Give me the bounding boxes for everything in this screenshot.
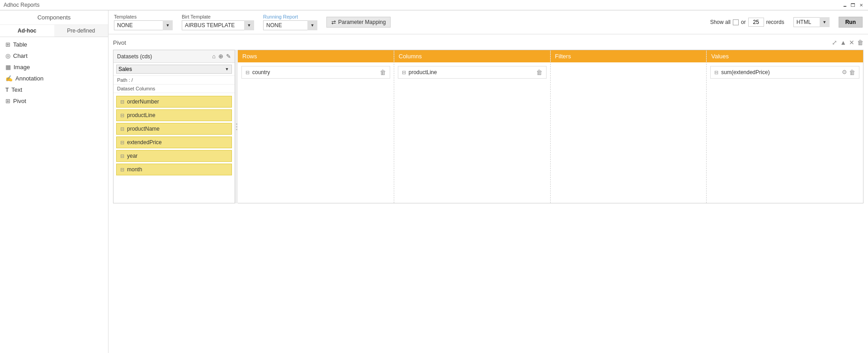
parameter-mapping-button[interactable]: ⇄ Parameter Mapping <box>326 17 391 28</box>
pivot-zone-item-sumExtendedPrice: ⊟ sum(extendedPrice) ⚙ 🗑 <box>710 66 859 79</box>
image-icon: ▦ <box>5 64 11 71</box>
or-label: or <box>741 19 746 25</box>
chart-icon: ◎ <box>5 52 10 59</box>
pivot-up-icon[interactable]: ▲ <box>840 39 846 46</box>
column-icon-month: ⊟ <box>120 167 124 173</box>
dataset-path: Path : / <box>113 76 235 85</box>
sidebar-item-label-chart: Chart <box>13 52 28 59</box>
sum-settings-icon[interactable]: ⚙ <box>842 69 847 76</box>
records-input[interactable] <box>748 18 764 27</box>
show-all-checkbox[interactable] <box>733 19 739 25</box>
dataset-title: Datasets (cds) <box>117 53 152 60</box>
dataset-add-icon[interactable]: ⊕ <box>218 53 223 60</box>
show-all-group: Show all or records <box>710 18 784 27</box>
pivot-expand-icon[interactable]: ⤢ <box>832 39 837 46</box>
column-icon-year: ⊟ <box>120 153 124 159</box>
format-select[interactable]: HTML PDF EXCEL <box>793 17 830 27</box>
pivot-icon: ⊞ <box>5 98 10 104</box>
birt-template-select[interactable]: AIRBUS TEMPLATE <box>182 20 254 30</box>
column-item-extendedPrice[interactable]: ⊟ extendedPrice <box>116 136 232 148</box>
sidebar: Components Ad-hoc Pre-defined ⊞ Table ◎ … <box>0 10 108 353</box>
pivot-zone-item-country: ⊟ country 🗑 <box>241 66 390 79</box>
column-label-productLine: productLine <box>127 112 156 118</box>
templates-group: Templates NONE ▼ <box>114 14 173 30</box>
sidebar-item-label-image: Image <box>14 64 30 71</box>
column-icon-extendedPrice: ⊟ <box>120 140 124 146</box>
column-icon-orderNumber: ⊟ <box>120 99 124 105</box>
column-label-month: month <box>127 166 142 173</box>
pivot-body: Datasets (cds) ⌂ ⊕ ✎ Sales ▼ <box>113 50 863 203</box>
sidebar-item-pivot[interactable]: ⊞ Pivot <box>0 95 108 107</box>
pivot-title: Pivot <box>113 39 126 46</box>
pivot-settings-icon[interactable]: ✕ <box>849 39 854 46</box>
tab-adhoc[interactable]: Ad-hoc <box>0 25 54 37</box>
annotation-icon: ✍ <box>5 75 13 82</box>
pivot-zone-item-productLine-left: ⊟ productLine <box>402 69 437 75</box>
dataset-select-row: Sales ▼ <box>113 63 235 76</box>
column-item-orderNumber[interactable]: ⊟ orderNumber <box>116 96 232 108</box>
sidebar-item-annotation[interactable]: ✍ Annotation <box>0 73 108 84</box>
toolbar: Templates NONE ▼ Birt Template AIRBUS TE… <box>108 10 868 34</box>
sidebar-items: ⊞ Table ◎ Chart ▦ Image ✍ Annotation T T… <box>0 37 108 108</box>
column-label-extendedPrice: extendedPrice <box>127 139 162 146</box>
table-icon: ⊞ <box>5 41 10 48</box>
templates-select[interactable]: NONE <box>114 20 173 30</box>
column-label-productName: productName <box>127 126 160 132</box>
sidebar-item-label-annotation: Annotation <box>15 75 43 82</box>
sidebar-item-table[interactable]: ⊞ Table <box>0 39 108 50</box>
pivot-container: Pivot ⤢ ▲ ✕ 🗑 Datasets (cds) ⌂ ⊕ <box>108 34 868 353</box>
title-bar: Adhoc Reports 🗕 🗖 ✕ <box>0 0 868 10</box>
sidebar-item-label-text: Text <box>11 86 22 93</box>
birt-template-select-wrapper: AIRBUS TEMPLATE ▼ <box>182 20 254 30</box>
dataset-columns-list: ⊟ orderNumber ⊟ productLine ⊟ productNam… <box>113 93 235 203</box>
run-button[interactable]: Run <box>839 17 863 28</box>
pivot-zone-rows-content: ⊟ country 🗑 <box>238 62 394 203</box>
tab-predefined[interactable]: Pre-defined <box>54 25 108 37</box>
pivot-zone-columns-header: Columns <box>394 50 550 62</box>
column-item-year[interactable]: ⊟ year <box>116 150 232 162</box>
pivot-zone-filters-header: Filters <box>551 50 707 62</box>
sum-item-label: sum(extendedPrice) <box>721 69 769 75</box>
param-mapping-label: Parameter Mapping <box>338 19 386 25</box>
sidebar-item-chart[interactable]: ◎ Chart <box>0 50 108 61</box>
pivot-zone-rows: Rows ⊟ country 🗑 <box>238 50 394 203</box>
dataset-columns-label: Dataset Columns <box>113 85 235 93</box>
column-item-month[interactable]: ⊟ month <box>116 164 232 175</box>
sum-delete-icon[interactable]: 🗑 <box>849 69 855 76</box>
country-item-label: country <box>252 69 270 75</box>
birt-template-label: Birt Template <box>182 14 254 19</box>
sum-item-icon: ⊟ <box>714 70 718 75</box>
pivot-zone-values-content: ⊟ sum(extendedPrice) ⚙ 🗑 <box>707 62 863 203</box>
sidebar-item-image[interactable]: ▦ Image <box>0 61 108 73</box>
sidebar-item-label-table: Table <box>13 41 27 48</box>
running-report-select[interactable]: NONE <box>263 20 317 30</box>
column-label-year: year <box>127 153 137 159</box>
productLine-delete-icon[interactable]: 🗑 <box>536 69 542 76</box>
format-select-wrapper: HTML PDF EXCEL ▼ <box>793 17 830 27</box>
column-item-productLine[interactable]: ⊟ productLine <box>116 109 232 121</box>
sum-item-actions: ⚙ 🗑 <box>842 69 855 76</box>
dataset-edit-icon[interactable]: ✎ <box>226 53 231 60</box>
text-icon: T <box>5 87 9 93</box>
dataset-home-icon[interactable]: ⌂ <box>212 53 216 60</box>
records-label: records <box>766 19 784 25</box>
pivot-toolbar-icons: ⤢ ▲ ✕ 🗑 <box>832 39 863 46</box>
sidebar-item-label-pivot: Pivot <box>13 98 26 104</box>
maximize-icon[interactable]: 🗖 <box>850 2 856 8</box>
dataset-select[interactable]: Sales <box>116 65 232 74</box>
column-item-productName[interactable]: ⊟ productName <box>116 123 232 135</box>
sidebar-item-text[interactable]: T Text <box>0 84 108 95</box>
dataset-panel: Datasets (cds) ⌂ ⊕ ✎ Sales ▼ <box>113 50 235 203</box>
sidebar-header: Components <box>0 10 108 25</box>
templates-label: Templates <box>114 14 173 19</box>
main-content: Templates NONE ▼ Birt Template AIRBUS TE… <box>108 10 868 353</box>
country-delete-icon[interactable]: 🗑 <box>380 69 386 76</box>
pivot-zones: Rows ⊟ country 🗑 <box>238 50 863 203</box>
running-report-label: Running Report <box>263 14 317 19</box>
minimize-icon[interactable]: 🗕 <box>842 2 848 8</box>
pivot-zone-item-productLine: ⊟ productLine 🗑 <box>398 66 547 79</box>
pivot-header: Pivot ⤢ ▲ ✕ 🗑 <box>113 39 863 46</box>
show-all-label: Show all <box>710 19 731 25</box>
close-icon[interactable]: ✕ <box>858 2 864 8</box>
pivot-delete-icon[interactable]: 🗑 <box>857 39 863 46</box>
